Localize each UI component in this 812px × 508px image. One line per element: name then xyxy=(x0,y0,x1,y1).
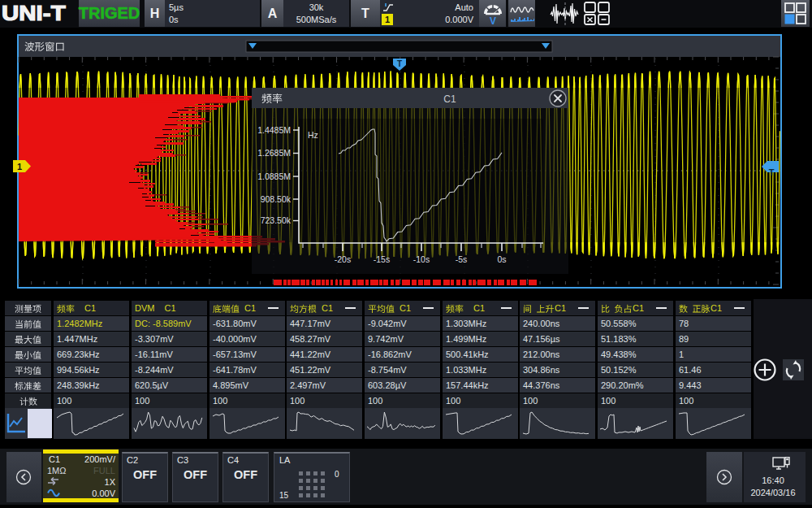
svg-text:908.50k: 908.50k xyxy=(261,194,292,204)
svg-text:1.2685M: 1.2685M xyxy=(257,148,291,158)
svg-text:T: T xyxy=(769,167,775,177)
svg-text:-15s: -15s xyxy=(374,254,390,264)
svg-text:Hz: Hz xyxy=(308,130,318,140)
svg-text:1.0885M: 1.0885M xyxy=(257,172,291,181)
svg-text:1: 1 xyxy=(17,162,22,172)
svg-text:1.4485M: 1.4485M xyxy=(257,125,291,135)
svg-text:V: V xyxy=(490,15,496,26)
svg-text:723.50k: 723.50k xyxy=(261,215,292,225)
svg-text:-10s: -10s xyxy=(413,254,430,264)
svg-text:C1: C1 xyxy=(443,93,456,105)
svg-text:0s: 0s xyxy=(497,254,506,264)
svg-text:-5s: -5s xyxy=(456,254,468,264)
svg-text:-20s: -20s xyxy=(335,254,351,264)
svg-text:T: T xyxy=(397,59,402,68)
